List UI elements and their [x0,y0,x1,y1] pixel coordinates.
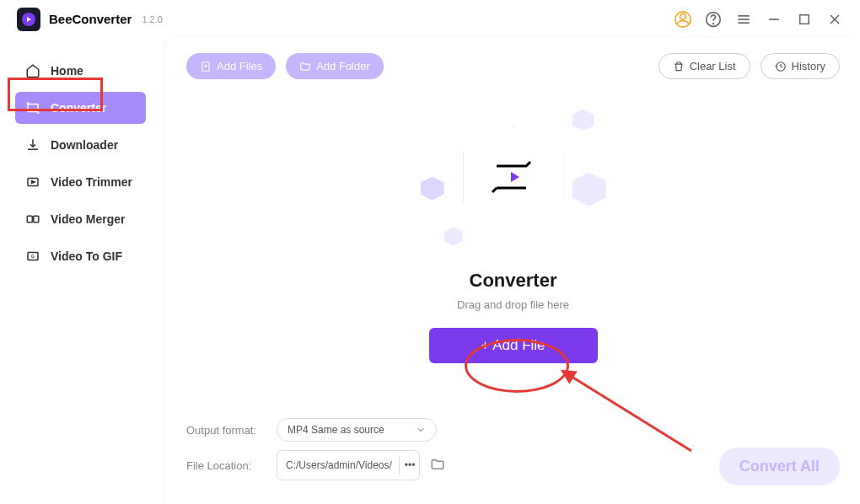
close-icon[interactable] [826,11,843,28]
minimize-icon[interactable] [766,11,782,28]
sidebar-item-label: Video Trimmer [51,175,132,189]
more-button[interactable]: ••• [399,456,421,475]
app-name: BeeConverter [49,12,132,26]
maximize-icon[interactable] [796,11,813,28]
sidebar-item-label: Home [51,64,83,78]
trimmer-icon [25,174,40,190]
menu-icon[interactable] [735,11,752,28]
sidebar-item-label: Converter [51,101,106,115]
download-icon [25,137,40,153]
sidebar-item-label: Downloader [51,138,118,152]
chevron-down-icon [416,425,426,435]
sidebar-item-label: Video Merger [51,212,125,226]
output-format-label: Output format: [186,424,266,437]
gif-icon: G [25,249,40,264]
svg-rect-8 [800,14,809,24]
convert-all-button[interactable]: Convert All [719,448,840,485]
app-version: 1.2.0 [142,14,162,24]
sidebar-item-downloader[interactable]: Downloader [15,129,146,161]
svg-text:G: G [31,254,35,259]
sidebar-item-merger[interactable]: Video Merger [15,203,146,235]
svg-point-3 [713,23,714,24]
sidebar-item-converter[interactable]: Converter [15,92,146,124]
file-location-input[interactable]: C:/Users/admin/Videos/ ••• [277,450,420,480]
center-subtitle: Drag and drop file here [457,298,569,311]
help-icon[interactable] [705,11,722,28]
open-folder-button[interactable] [430,457,447,474]
svg-rect-11 [28,105,38,112]
sidebar-item-label: Video To GIF [51,249,122,263]
sidebar: Home Converter Downloader Video Trimmer … [0,38,166,504]
folder-icon [430,457,445,472]
content-area: Add Files Add Folder Clear List History [166,38,860,504]
add-file-button[interactable]: + Add File [429,328,598,363]
svg-point-0 [680,13,686,19]
svg-rect-14 [34,216,39,223]
app-logo [17,8,40,31]
sidebar-item-trimmer[interactable]: Video Trimmer [15,166,146,198]
convert-illustration-icon [488,156,539,198]
output-format-select[interactable]: MP4 Same as source [277,418,437,442]
sidebar-item-home[interactable]: Home [15,55,146,87]
file-location-label: File Location: [186,459,266,472]
sidebar-item-gif[interactable]: G Video To GIF [15,240,146,272]
svg-rect-13 [27,216,32,223]
user-icon[interactable] [675,11,691,28]
merger-icon [25,212,40,227]
hero-illustration [412,110,615,261]
center-title: Converter [470,270,557,292]
converter-icon [25,100,40,115]
home-icon [25,63,40,78]
